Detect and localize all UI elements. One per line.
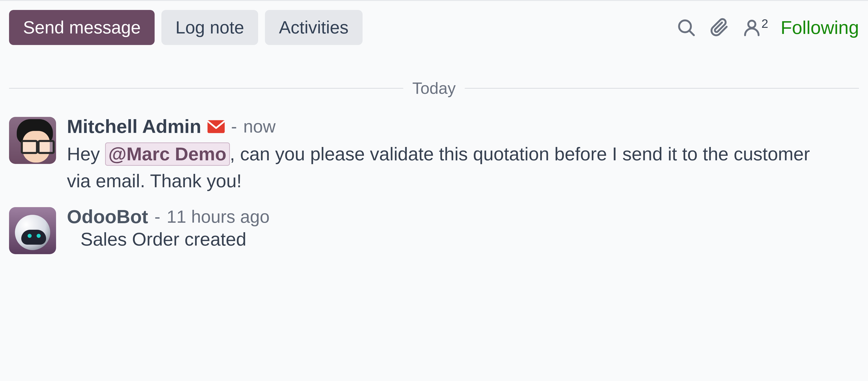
message-time: now <box>243 116 276 137</box>
search-icon[interactable] <box>676 18 696 38</box>
message-text-prefix: Hey <box>67 144 105 164</box>
envelope-icon[interactable] <box>208 120 225 134</box>
time-separator: - <box>231 116 237 137</box>
svg-point-2 <box>748 21 755 28</box>
following-button[interactable]: Following <box>781 17 859 38</box>
chatter-panel: Send message Log note Activities <box>0 0 868 279</box>
svg-line-1 <box>689 31 694 35</box>
activities-button[interactable]: Activities <box>265 10 363 45</box>
user-icon <box>742 18 762 38</box>
message-header: Mitchell Admin - now <box>67 116 859 138</box>
message-time: 11 hours ago <box>166 206 270 227</box>
message-item: Mitchell Admin - now Hey @Marc Demo, can… <box>9 116 859 195</box>
log-note-button[interactable]: Log note <box>161 10 258 45</box>
message-author[interactable]: Mitchell Admin <box>67 116 201 138</box>
divider <box>9 88 403 89</box>
message-item: OdooBot - 11 hours ago Sales Order creat… <box>9 206 859 254</box>
chatter-tabs: Send message Log note Activities <box>9 10 363 45</box>
followers-button[interactable]: 2 <box>742 18 768 38</box>
follower-count: 2 <box>762 17 768 31</box>
avatar[interactable] <box>9 207 56 254</box>
message-header: OdooBot - 11 hours ago <box>67 206 859 228</box>
avatar[interactable] <box>9 117 56 164</box>
message-content: Hey @Marc Demo, can you please validate … <box>67 141 835 195</box>
mention-chip[interactable]: @Marc Demo <box>105 142 230 166</box>
date-label: Today <box>403 79 465 97</box>
chatter-header: Send message Log note Activities <box>9 1 859 45</box>
attachment-icon[interactable] <box>709 18 729 38</box>
divider <box>465 88 859 89</box>
message-author[interactable]: OdooBot <box>67 206 148 228</box>
message-body: Mitchell Admin - now Hey @Marc Demo, can… <box>67 116 859 195</box>
message-content: Sales Order created <box>67 229 859 250</box>
time-separator: - <box>154 206 160 227</box>
chatter-actions: 2 Following <box>676 17 859 38</box>
send-message-button[interactable]: Send message <box>9 10 155 45</box>
message-body: OdooBot - 11 hours ago Sales Order creat… <box>67 206 859 250</box>
date-separator: Today <box>9 79 859 97</box>
